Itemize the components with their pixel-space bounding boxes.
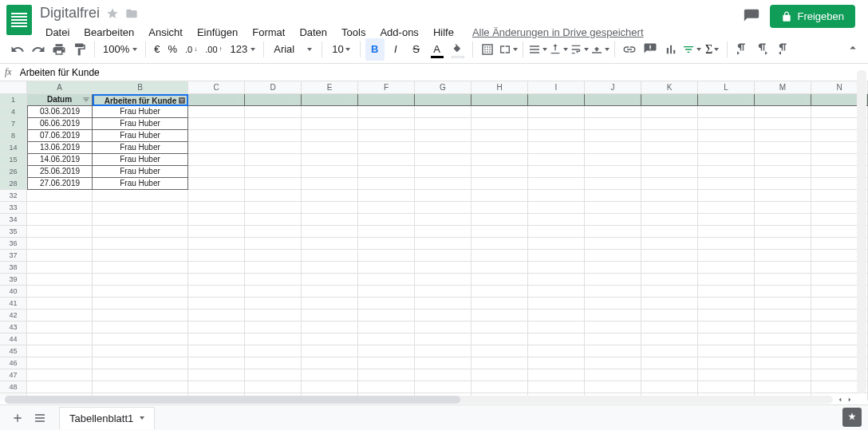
col-header-M[interactable]: M — [755, 81, 811, 93]
cell[interactable] — [471, 190, 528, 202]
cell[interactable] — [245, 333, 302, 345]
cell[interactable] — [698, 94, 755, 106]
cell[interactable] — [585, 214, 641, 226]
cell[interactable] — [302, 238, 358, 250]
cell[interactable] — [698, 274, 755, 286]
cell[interactable] — [471, 357, 528, 369]
cell[interactable] — [755, 357, 811, 369]
cell[interactable] — [585, 310, 641, 322]
filter-button[interactable] — [682, 38, 701, 61]
folder-icon[interactable] — [125, 7, 138, 20]
cell[interactable] — [358, 202, 415, 214]
col-header-H[interactable]: H — [471, 81, 528, 93]
cell[interactable] — [641, 345, 698, 357]
cell[interactable] — [755, 214, 811, 226]
cell[interactable] — [245, 381, 302, 393]
cell[interactable] — [188, 178, 245, 190]
select-all-corner[interactable] — [0, 81, 27, 93]
col-header-A[interactable]: A — [27, 81, 93, 93]
row-header[interactable]: 7 — [0, 118, 27, 130]
cell[interactable] — [641, 333, 698, 345]
cell[interactable] — [698, 154, 755, 166]
cell[interactable] — [528, 142, 585, 154]
cell[interactable] — [415, 250, 471, 262]
cell[interactable] — [245, 322, 302, 333]
zoom-select[interactable]: 100% — [100, 43, 140, 55]
cell[interactable] — [528, 226, 585, 238]
cell[interactable] — [302, 250, 358, 262]
cell[interactable] — [302, 298, 358, 310]
filter-icon[interactable] — [179, 97, 185, 104]
scroll-right-icon[interactable] — [846, 396, 854, 404]
row-header[interactable]: 37 — [0, 250, 27, 262]
cell[interactable] — [302, 142, 358, 154]
cell[interactable] — [188, 238, 245, 250]
cell[interactable] — [585, 238, 641, 250]
cell[interactable] — [188, 310, 245, 322]
cell[interactable] — [302, 274, 358, 286]
cell[interactable] — [471, 381, 528, 393]
cell[interactable] — [755, 298, 811, 310]
cell[interactable] — [585, 333, 641, 345]
cell[interactable] — [188, 214, 245, 226]
cell[interactable] — [358, 286, 415, 298]
cell[interactable] — [698, 142, 755, 154]
row-header[interactable]: 4 — [0, 106, 27, 118]
cell[interactable] — [755, 345, 811, 357]
cell[interactable] — [585, 94, 641, 106]
cell[interactable] — [415, 226, 471, 238]
row-header[interactable]: 15 — [0, 154, 27, 166]
cell[interactable] — [415, 130, 471, 142]
cell[interactable]: Datum — [27, 94, 93, 106]
cell[interactable] — [188, 262, 245, 274]
cell[interactable] — [471, 106, 528, 118]
increase-decimal-button[interactable]: .00↑ — [202, 45, 225, 54]
cell[interactable] — [27, 262, 93, 274]
cell[interactable] — [188, 322, 245, 333]
cell[interactable] — [302, 118, 358, 130]
cell[interactable] — [528, 274, 585, 286]
cell[interactable] — [245, 214, 302, 226]
row-header[interactable]: 8 — [0, 130, 27, 142]
cell[interactable] — [27, 286, 93, 298]
cell[interactable] — [641, 357, 698, 369]
bold-button[interactable]: B — [365, 38, 385, 61]
cell[interactable] — [755, 310, 811, 322]
cell[interactable] — [755, 154, 811, 166]
cell[interactable] — [698, 250, 755, 262]
cell[interactable] — [755, 178, 811, 190]
cell[interactable] — [302, 322, 358, 333]
cell[interactable] — [641, 142, 698, 154]
cell[interactable] — [358, 369, 415, 381]
cell[interactable] — [188, 250, 245, 262]
cell[interactable] — [302, 357, 358, 369]
cell[interactable] — [93, 190, 188, 202]
cell[interactable] — [302, 286, 358, 298]
cell[interactable] — [415, 310, 471, 322]
cell[interactable] — [415, 369, 471, 381]
cell[interactable] — [471, 94, 528, 106]
scroll-left-icon[interactable] — [836, 396, 844, 404]
cell[interactable] — [415, 322, 471, 333]
row-header[interactable]: 43 — [0, 322, 27, 333]
cell[interactable] — [755, 381, 811, 393]
h-align-button[interactable] — [528, 38, 547, 61]
cell[interactable] — [641, 226, 698, 238]
cell[interactable] — [585, 106, 641, 118]
cell[interactable] — [641, 118, 698, 130]
cell[interactable] — [188, 226, 245, 238]
cell[interactable] — [358, 166, 415, 178]
cell[interactable] — [528, 154, 585, 166]
cell[interactable] — [415, 333, 471, 345]
col-header-I[interactable]: I — [528, 81, 585, 93]
cell[interactable] — [585, 190, 641, 202]
col-header-K[interactable]: K — [641, 81, 698, 93]
cell[interactable] — [471, 298, 528, 310]
cell[interactable] — [245, 298, 302, 310]
cell[interactable] — [188, 94, 245, 106]
cell[interactable] — [415, 357, 471, 369]
cell[interactable] — [471, 345, 528, 357]
cell[interactable] — [698, 286, 755, 298]
comment-button[interactable] — [641, 38, 660, 61]
cell[interactable] — [471, 369, 528, 381]
